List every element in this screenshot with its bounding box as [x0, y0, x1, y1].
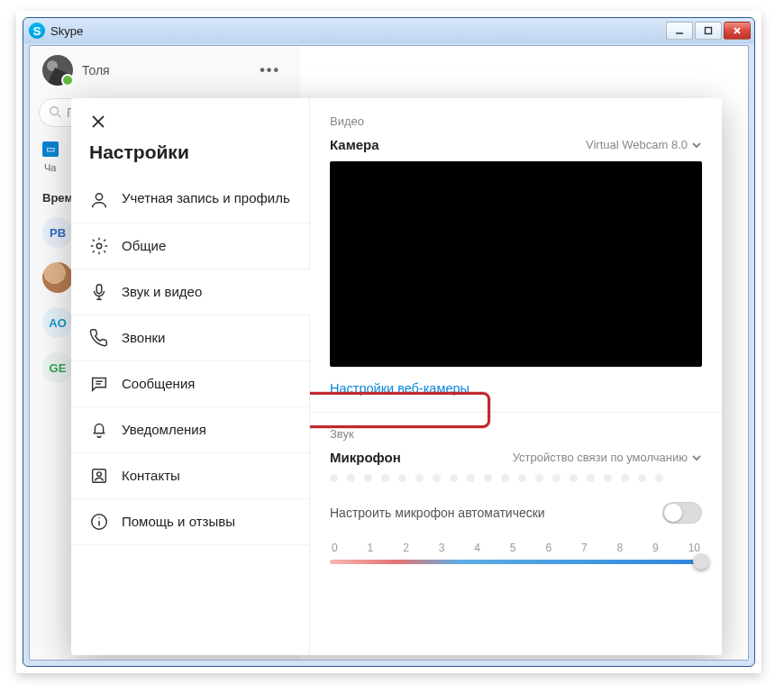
nav-help-feedback[interactable]: Помощь и отзывы [71, 499, 309, 545]
presence-indicator [61, 74, 74, 87]
chats-tab-icon[interactable]: ▭ [42, 141, 59, 157]
svg-point-14 [97, 472, 102, 477]
auto-adjust-label: Настроить микрофон автоматически [330, 506, 545, 520]
nav-calls[interactable]: Звонки [71, 315, 309, 361]
svg-line-5 [58, 114, 61, 117]
microphone-select[interactable]: Устройство связи по умолчанию [513, 451, 702, 464]
nav-audio-video[interactable]: Звук и видео [71, 269, 309, 315]
svg-rect-10 [96, 285, 102, 294]
slider-ticks: 0 1 2 3 4 5 6 7 8 9 10 [330, 542, 702, 560]
slider-track [330, 560, 702, 564]
close-window-button[interactable] [724, 22, 751, 40]
mic-volume-slider[interactable]: 0 1 2 3 4 5 6 7 8 9 10 [330, 538, 702, 564]
camera-value: Virtual Webcam 8.0 [586, 138, 688, 151]
svg-rect-1 [706, 28, 712, 34]
message-icon [89, 374, 109, 394]
profile-name[interactable]: Толя [82, 63, 110, 78]
avatar[interactable] [42, 55, 73, 86]
nav-account-profile[interactable]: Учетная запись и профиль [71, 178, 309, 223]
mic-level-meter [330, 474, 702, 482]
nav-messages[interactable]: Сообщения [71, 361, 309, 407]
slider-thumb[interactable] [693, 553, 709, 570]
nav-general[interactable]: Общие [71, 223, 309, 269]
auto-adjust-toggle[interactable] [662, 502, 702, 524]
contact-initials: GE [42, 352, 73, 383]
svg-point-17 [98, 517, 99, 518]
titlebar[interactable]: S Skype [23, 18, 754, 43]
nav-label: Звонки [122, 330, 165, 346]
nav-label: Помощь и отзывы [122, 514, 235, 530]
gear-icon [89, 236, 109, 256]
window-frame: S Skype [23, 17, 755, 667]
close-settings-button[interactable] [80, 104, 116, 140]
nav-label: Сообщения [122, 376, 195, 392]
bell-icon [89, 420, 109, 440]
nav-contacts[interactable]: Контакты [71, 453, 309, 499]
svg-point-9 [96, 243, 102, 249]
phone-icon [89, 328, 109, 348]
chevron-down-icon [691, 140, 702, 150]
contacts-icon [89, 466, 109, 486]
svg-point-8 [96, 194, 102, 200]
webcam-settings-link[interactable]: Настройки веб-камеры [330, 376, 702, 408]
settings-body: Видео Камера Virtual Webcam 8.0 Настройк… [310, 98, 722, 655]
microphone-icon [89, 282, 109, 302]
settings-nav: Настройки Учетная запись и профиль Общ [71, 98, 310, 655]
contact-initials: PB [42, 217, 73, 248]
video-section-label: Видео [330, 114, 702, 128]
chevron-down-icon [691, 452, 702, 463]
svg-point-4 [50, 106, 59, 114]
search-icon [49, 105, 61, 121]
divider [310, 412, 722, 413]
settings-modal: Настройки Учетная запись и профиль Общ [71, 98, 722, 655]
person-icon [89, 190, 109, 210]
nav-label: Уведомления [122, 422, 206, 438]
window-title: Skype [50, 24, 83, 38]
camera-select[interactable]: Virtual Webcam 8.0 [586, 138, 702, 151]
audio-section-label: Звук [330, 427, 702, 441]
camera-label: Камера [330, 137, 379, 152]
settings-title: Настройки [71, 140, 309, 178]
skype-icon: S [29, 23, 45, 39]
more-icon[interactable]: ••• [252, 59, 287, 82]
microphone-value: Устройство связи по умолчанию [513, 451, 688, 464]
nav-label: Общие [122, 238, 166, 254]
contact-avatar [42, 262, 73, 293]
info-icon [89, 512, 109, 532]
camera-preview [330, 161, 702, 367]
microphone-label: Микрофон [330, 450, 401, 465]
nav-label: Контакты [122, 468, 180, 484]
nav-label: Учетная запись и профиль [122, 190, 290, 206]
nav-notifications[interactable]: Уведомления [71, 407, 309, 453]
maximize-button[interactable] [695, 22, 722, 40]
contact-initials: AO [42, 307, 73, 338]
minimize-button[interactable] [666, 22, 693, 40]
nav-label: Звук и видео [122, 284, 202, 300]
